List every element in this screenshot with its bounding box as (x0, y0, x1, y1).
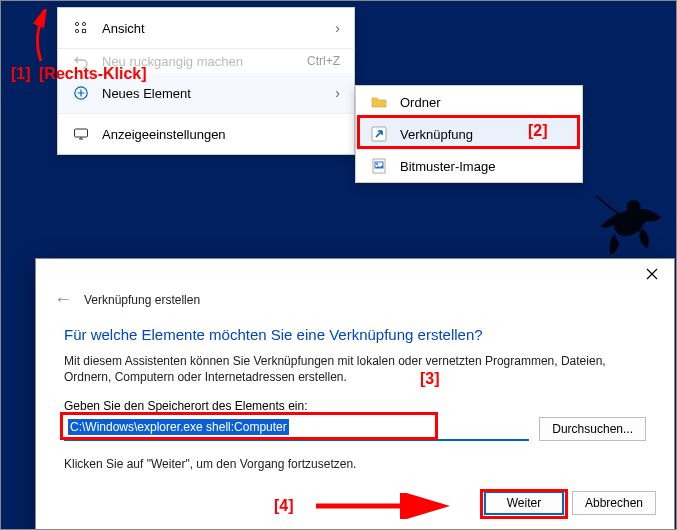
annotation-arrow-next (312, 493, 452, 519)
svg-point-0 (75, 22, 78, 25)
close-icon (646, 268, 658, 280)
back-arrow-icon[interactable]: ← (54, 289, 72, 310)
context-menu-desktop: Ansicht › Neu ruckgangig machen Ctrl+Z N… (57, 7, 355, 155)
close-button[interactable] (630, 259, 674, 289)
next-button[interactable]: Weiter (484, 491, 564, 515)
undo-icon (72, 53, 90, 69)
svg-point-2 (75, 29, 78, 32)
browse-button[interactable]: Durchsuchen... (539, 417, 646, 441)
plus-circle-icon (72, 85, 90, 101)
location-input-wrap: C:\Windows\explorer.exe shell:Computer (64, 417, 529, 441)
dialog-hint: Klicken Sie auf "Weiter", um den Vorgang… (64, 457, 646, 471)
create-shortcut-dialog: ← Verknüpfung erstellen Für welche Eleme… (35, 258, 675, 530)
svg-point-9 (376, 163, 378, 165)
menu-item-neues-element[interactable]: Neues Element › (58, 73, 354, 113)
dialog-footer: Weiter Abbrechen (484, 491, 656, 515)
submenu-item-label: Ordner (400, 95, 568, 110)
grid-icon (72, 20, 90, 36)
image-file-icon (370, 158, 388, 174)
context-submenu-neu: Ordner Verknüpfung Bitmuster-Image (355, 85, 583, 183)
menu-shortcut: Ctrl+Z (307, 54, 340, 68)
location-input-selection: C:\Windows\explorer.exe shell:Computer (68, 419, 289, 435)
svg-rect-3 (82, 29, 85, 32)
location-label: Geben Sie den Speicherort des Elements e… (64, 399, 646, 413)
folder-icon (370, 94, 388, 110)
chevron-right-icon: › (335, 85, 340, 101)
display-icon (72, 126, 90, 142)
menu-item-label: Neues Element (102, 86, 323, 101)
menu-item-anzeigeeinstellungen[interactable]: Anzeigeeinstellungen (58, 114, 354, 154)
annotation-label-1: [1] (11, 65, 31, 83)
menu-item-label: Anzeigeeinstellungen (102, 127, 340, 142)
shortcut-icon (370, 126, 388, 142)
submenu-item-label: Verknüpfung (400, 127, 568, 142)
chevron-right-icon: › (335, 20, 340, 36)
menu-item-label: Neu ruckgangig machen (102, 54, 295, 69)
annotation-label-4: [4] (274, 497, 294, 515)
svg-point-1 (82, 22, 85, 25)
menu-item-ansicht[interactable]: Ansicht › (58, 8, 354, 48)
submenu-item-ordner[interactable]: Ordner (356, 86, 582, 118)
submenu-item-label: Bitmuster-Image (400, 159, 568, 174)
svg-rect-5 (75, 129, 88, 137)
annotation-arrow-up (21, 9, 61, 65)
submenu-item-verknuepfung[interactable]: Verknüpfung (356, 118, 582, 150)
dialog-description: Mit diesem Assistenten können Sie Verknü… (64, 353, 646, 385)
dialog-title: Verknüpfung erstellen (84, 293, 200, 307)
dialog-heading: Für welche Elemente möchten Sie eine Ver… (64, 326, 646, 343)
menu-item-undo[interactable]: Neu ruckgangig machen Ctrl+Z (58, 49, 354, 73)
menu-item-label: Ansicht (102, 21, 323, 36)
submenu-item-bitmuster[interactable]: Bitmuster-Image (356, 150, 582, 182)
cancel-button[interactable]: Abbrechen (572, 491, 656, 515)
dialog-titlebar (36, 259, 674, 289)
